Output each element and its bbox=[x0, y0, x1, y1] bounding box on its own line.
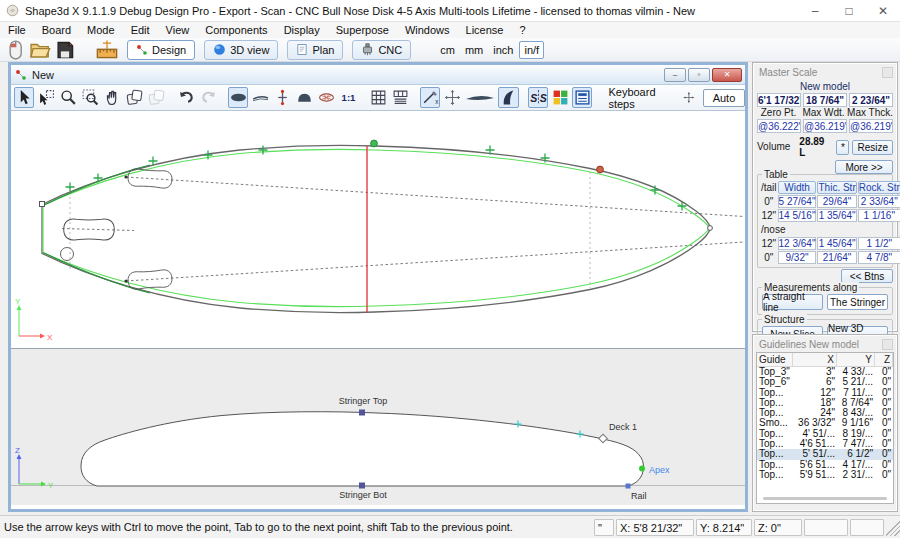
tail-0-rocker[interactable]: 2 33/64" bbox=[858, 195, 900, 208]
side-profile-icon[interactable] bbox=[464, 87, 496, 108]
slice-view-icon[interactable] bbox=[295, 87, 315, 108]
menu-board[interactable]: Board bbox=[34, 23, 79, 37]
3d-view-mode-button[interactable]: 3D view bbox=[204, 40, 278, 60]
tail-0-width[interactable]: 5 27/64" bbox=[778, 195, 817, 208]
menu-help[interactable]: ? bbox=[511, 23, 533, 37]
nose-12-rocker[interactable]: 1 1/2" bbox=[858, 237, 900, 250]
guideline-row[interactable]: Top_3"3"4 33/...0" bbox=[757, 367, 893, 377]
guideline-row[interactable]: Smo...36 3/32"9 1/16"0" bbox=[757, 418, 893, 428]
tail-0-thick[interactable]: 29/64" bbox=[817, 195, 856, 208]
nose-12-thick[interactable]: 1 45/64" bbox=[817, 237, 856, 250]
apex-point[interactable] bbox=[639, 466, 645, 472]
tail-12-rocker[interactable]: 1 1/16" bbox=[858, 209, 900, 222]
menu-file[interactable]: File bbox=[0, 23, 34, 37]
auto-button[interactable]: Auto bbox=[703, 89, 745, 107]
resize-button[interactable]: Resize bbox=[852, 140, 893, 155]
unit-cm[interactable]: cm bbox=[436, 42, 459, 58]
menu-display[interactable]: Display bbox=[276, 23, 328, 37]
guideline-row[interactable]: Top...5'9 51...2 31/...0" bbox=[757, 470, 893, 480]
fin-icon[interactable] bbox=[498, 87, 518, 108]
slice-view-pane[interactable]: Stringer Top Deck 1 Apex Rail Stringer B… bbox=[11, 349, 745, 505]
select-cursor-icon[interactable] bbox=[14, 87, 34, 108]
thickness-field[interactable]: 2 23/64" bbox=[849, 93, 893, 107]
nose-0-thick[interactable]: 21/64" bbox=[817, 251, 856, 264]
select-box-icon[interactable] bbox=[36, 87, 56, 108]
outline-view-icon[interactable] bbox=[228, 87, 248, 108]
panel-close-icon[interactable] bbox=[882, 339, 893, 350]
guideline-row[interactable]: Top...5'6 51...4 17/...0" bbox=[757, 460, 893, 470]
rotate-view-alt-icon[interactable] bbox=[147, 87, 167, 108]
s-mirror-icon[interactable]: SS bbox=[528, 87, 548, 108]
stringer-bot-point[interactable] bbox=[359, 483, 365, 489]
stringer-button[interactable]: The Stringer bbox=[827, 294, 888, 310]
more-button[interactable]: More >> bbox=[835, 160, 893, 174]
outline-view-pane[interactable]: Y X bbox=[11, 111, 745, 349]
guideline-cross-icon[interactable] bbox=[442, 87, 462, 108]
redo-icon[interactable] bbox=[199, 87, 219, 108]
col-thick[interactable]: Thic. Str bbox=[817, 181, 856, 194]
max-width-field[interactable]: @36.219" bbox=[803, 119, 847, 133]
grid-list-icon[interactable] bbox=[391, 87, 411, 108]
grid-icon[interactable] bbox=[368, 87, 388, 108]
nose-point[interactable] bbox=[708, 226, 713, 231]
maximize-button[interactable]: □ bbox=[832, 0, 866, 22]
guideline-row[interactable]: Top_6"6"5 21/...0" bbox=[757, 377, 893, 387]
doc-restore-button[interactable]: ▫ bbox=[688, 68, 710, 82]
guideline-row[interactable]: Top...12"7 11/...0" bbox=[757, 388, 893, 398]
panel-close-icon[interactable] bbox=[882, 67, 893, 78]
nose-0-rocker[interactable]: 4 7/8" bbox=[858, 251, 900, 264]
color-layers-icon[interactable] bbox=[550, 87, 570, 108]
highlight-point[interactable] bbox=[597, 166, 604, 173]
guideline-row[interactable]: Top...5' 51/...6 1/2"0" bbox=[757, 449, 893, 459]
stringer-top-point[interactable] bbox=[359, 410, 365, 416]
menu-view[interactable]: View bbox=[158, 23, 198, 37]
max-thickness-field[interactable]: @36.219" bbox=[849, 119, 893, 133]
slice-drawing[interactable]: Stringer Top Deck 1 Apex Rail Stringer B… bbox=[11, 349, 745, 505]
width-field[interactable]: 18 7/64" bbox=[803, 93, 847, 107]
star-button[interactable]: * bbox=[836, 140, 849, 155]
zoom-icon[interactable] bbox=[58, 87, 78, 108]
one-to-one-icon[interactable]: 1:1 bbox=[339, 87, 359, 108]
guideline-row[interactable]: Top...4' 51/...8 19/...0" bbox=[757, 429, 893, 439]
thickness-view-icon[interactable] bbox=[272, 87, 292, 108]
mouse-settings-icon[interactable] bbox=[4, 40, 26, 60]
doc-close-button[interactable]: ✕ bbox=[712, 68, 742, 82]
tail-point[interactable] bbox=[40, 202, 45, 207]
panel-toggle-icon[interactable] bbox=[572, 87, 592, 108]
slice-outline[interactable] bbox=[81, 412, 644, 486]
save-board-icon[interactable] bbox=[54, 40, 76, 60]
menu-superpose[interactable]: Superpose bbox=[328, 23, 397, 37]
mesh-view-icon[interactable] bbox=[317, 87, 337, 108]
minimize-button[interactable]: – bbox=[798, 0, 832, 22]
selected-point[interactable] bbox=[371, 140, 378, 147]
zoom-window-icon[interactable] bbox=[80, 87, 100, 108]
design-mode-button[interactable]: Design bbox=[127, 40, 195, 60]
col-width[interactable]: Width bbox=[778, 181, 817, 194]
close-button[interactable]: ✕ bbox=[866, 0, 900, 22]
length-field[interactable]: 6'1 17/32" bbox=[757, 93, 801, 107]
move-cross-icon[interactable] bbox=[683, 91, 695, 104]
outline-drawing[interactable]: Y X bbox=[11, 111, 745, 349]
rocker-view-icon[interactable] bbox=[250, 87, 270, 108]
nose-0-width[interactable]: 9/32" bbox=[778, 251, 817, 264]
guideline-row[interactable]: Top...4'6 51...7 47/...0" bbox=[757, 439, 893, 449]
unit-inf[interactable]: in/f bbox=[519, 41, 544, 59]
undo-icon[interactable] bbox=[176, 87, 196, 108]
unit-inch[interactable]: inch bbox=[489, 42, 517, 58]
menu-license[interactable]: License bbox=[458, 23, 512, 37]
pan-hand-icon[interactable] bbox=[103, 87, 123, 108]
dimensions-ruler-icon[interactable] bbox=[96, 40, 118, 60]
tail-12-thick[interactable]: 1 35/64" bbox=[817, 209, 856, 222]
control-points[interactable] bbox=[66, 146, 687, 211]
edit-curve-icon[interactable]: x bbox=[420, 87, 440, 108]
horizontal-scrollbar[interactable] bbox=[763, 497, 887, 500]
zero-point-field[interactable]: @36.222" bbox=[757, 119, 801, 133]
cnc-mode-button[interactable]: CNC bbox=[352, 40, 411, 60]
plan-mode-button[interactable]: Plan bbox=[287, 40, 343, 60]
nose-12-width[interactable]: 12 3/64" bbox=[778, 237, 817, 250]
btns-toggle-button[interactable]: << Btns bbox=[841, 269, 893, 283]
tail-12-width[interactable]: 14 5/16" bbox=[778, 209, 817, 222]
col-rocker[interactable]: Rock. Str bbox=[858, 181, 900, 194]
open-folder-icon[interactable] bbox=[29, 40, 51, 60]
resize-grip[interactable] bbox=[886, 519, 900, 536]
